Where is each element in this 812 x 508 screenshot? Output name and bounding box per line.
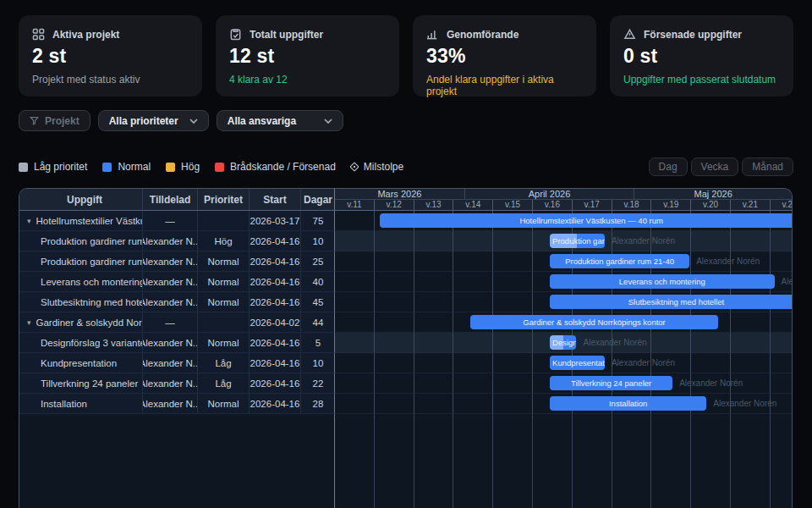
assignee-cell: Alexander N... xyxy=(143,251,198,272)
priority-cell: Hög xyxy=(198,231,250,251)
start-date-cell: 2026-04-16 xyxy=(250,272,301,292)
collapse-caret-icon[interactable]: ▾ xyxy=(27,217,31,225)
legend-item: Milstolpe xyxy=(351,161,403,173)
assignee-cell: Alexander N... xyxy=(143,394,198,414)
week-header: v.16 xyxy=(533,200,573,210)
priority-cell: Låg xyxy=(198,373,250,394)
column-header-days[interactable]: Dagar xyxy=(301,189,335,210)
gantt-row-track: Slutbesiktning med hotellet xyxy=(334,292,792,312)
card-subtext: Uppgifter med passerat slutdatum xyxy=(623,74,780,86)
gantt-bar[interactable]: Gardiner & solskydd Norrköpings kontor xyxy=(470,315,717,329)
card-value: 33% xyxy=(426,45,583,68)
task-name: Produktion gardiner rum ... xyxy=(41,236,143,246)
priority-cell: Normal xyxy=(198,292,250,312)
assignee-cell: — xyxy=(143,211,198,231)
days-cell: 28 xyxy=(301,394,335,414)
column-header-assignee[interactable]: Tilldelad xyxy=(143,189,198,210)
start-date-cell: 2026-04-02 xyxy=(250,312,301,333)
table-row[interactable]: Designförslag 3 varianterAlexander N...N… xyxy=(19,333,792,353)
days-cell: 75 xyxy=(301,211,335,231)
gantt-bar[interactable]: Leverans och montering xyxy=(550,274,774,289)
week-header: v.19 xyxy=(651,200,691,210)
table-row[interactable]: InstallationAlexander N...Normal2026-04-… xyxy=(19,394,792,414)
bar-label: Slutbesiktning med hotellet xyxy=(628,297,725,306)
priority-filter-value: Alla prioriteter xyxy=(109,115,178,127)
week-header: v.17 xyxy=(573,200,612,210)
card-subtext: Projekt med status aktiv xyxy=(32,74,189,86)
bar-label: Installation xyxy=(609,399,647,408)
view-button-vecka[interactable]: Vecka xyxy=(691,157,739,176)
priority-filter-dropdown[interactable]: Alla prioriteter xyxy=(98,110,209,131)
table-row[interactable]: Leverans och monteringAlexander N...Norm… xyxy=(19,272,792,292)
start-date-cell: 2026-04-16 xyxy=(250,333,301,353)
table-row[interactable]: ▾Hotellrumstextilier Västkust...—2026-03… xyxy=(19,211,792,231)
legend-item: Brådskande / Försenad xyxy=(215,161,336,173)
table-row[interactable]: Slutbesiktning med hotell...Alexander N.… xyxy=(19,292,792,312)
legend-label: Hög xyxy=(181,161,200,173)
task-name-cell: Slutbesiktning med hotell... xyxy=(19,292,143,312)
bar-assignee-label: Alexander Norén xyxy=(583,333,646,353)
warning-icon xyxy=(623,28,636,41)
task-name-cell: ▾Hotellrumstextilier Västkust... xyxy=(19,211,143,231)
gantt-row-track: Produktion gardineAlexander Norén xyxy=(334,231,792,251)
bar-label: Designför xyxy=(552,338,576,347)
task-name-cell: Designförslag 3 varianter xyxy=(19,333,143,353)
task-name: Produktion gardiner rum ... xyxy=(41,257,143,267)
bar-assignee-label: Alexander Norén xyxy=(612,353,675,373)
legend-label: Låg prioritet xyxy=(34,161,87,173)
start-date-cell: 2026-04-16 xyxy=(250,394,301,414)
bar-chart-icon xyxy=(426,28,439,41)
start-date-cell: 2026-04-16 xyxy=(250,251,301,272)
gantt-bar[interactable]: Produktion gardiner rum 21-40 xyxy=(550,254,689,268)
gantt-row-track: InstallationAlexander Norén xyxy=(334,394,792,414)
table-row[interactable]: Produktion gardiner rum ...Alexander N..… xyxy=(19,251,792,272)
task-name-cell: Tillverkning 24 paneler xyxy=(19,373,143,394)
panel-empty-area xyxy=(19,414,792,508)
milestone-diamond-icon xyxy=(349,162,359,171)
legend-item: Låg prioritet xyxy=(19,161,87,173)
table-row[interactable]: Tillverkning 24 panelerAlexander N...Låg… xyxy=(19,373,792,394)
column-header-priority[interactable]: Prioritet xyxy=(198,189,250,210)
view-button-dag[interactable]: Dag xyxy=(649,157,688,176)
week-header: v.22 xyxy=(771,200,792,210)
start-date-cell: 2026-03-17 xyxy=(250,211,301,231)
gantt-bar[interactable]: Designför xyxy=(550,335,576,350)
bar-assignee-label: Alexander Norén xyxy=(713,394,776,414)
gantt-bar[interactable]: Installation xyxy=(550,396,706,411)
table-row[interactable]: ▾Gardiner & solskydd Norrkö...—2026-04-0… xyxy=(19,312,792,333)
assignee-cell: — xyxy=(143,312,198,333)
card-value: 0 st xyxy=(623,45,780,68)
task-name-cell: Installation xyxy=(19,394,143,414)
card-value: 12 st xyxy=(229,45,386,68)
gantt-bar[interactable]: Produktion gardine xyxy=(550,234,605,248)
table-row[interactable]: KundpresentationAlexander N...Låg2026-04… xyxy=(19,353,792,373)
bar-assignee-label: Alexander Norén xyxy=(696,251,760,272)
bar-assignee-label: Alexander Norén xyxy=(679,373,743,394)
assignee-cell: Alexander N... xyxy=(143,292,198,312)
assignee-filter-dropdown[interactable]: Alla ansvariga xyxy=(217,110,343,131)
timeline-weeks: v.11v.12v.13v.14v.15v.16v.17v.18v.19v.20… xyxy=(335,200,792,210)
gantt-bar[interactable]: Hotellrumstextilier Västkusten — 40 rum xyxy=(380,213,792,228)
legend-color-swatch xyxy=(102,163,112,172)
legend-label: Normal xyxy=(118,161,151,173)
week-header: v.18 xyxy=(612,200,652,210)
project-filter-button[interactable]: Projekt xyxy=(19,110,91,131)
card-completion: Genomförande 33% Andel klara uppgifter i… xyxy=(413,15,596,97)
table-row[interactable]: Produktion gardiner rum ...Alexander N..… xyxy=(19,231,792,251)
collapse-caret-icon[interactable]: ▾ xyxy=(27,318,31,327)
gantt-bar[interactable]: Kundpresentation xyxy=(550,356,605,370)
task-name-cell: Produktion gardiner rum ... xyxy=(19,251,143,272)
gantt-bar[interactable]: Slutbesiktning med hotellet xyxy=(550,295,792,309)
timeline-header: Mars 2026April 2026Maj 2026 v.11v.12v.13… xyxy=(334,189,792,210)
gantt-bar[interactable]: Tillverkning 24 paneler xyxy=(550,376,672,390)
task-name: Slutbesiktning med hotell... xyxy=(41,297,143,307)
priority-cell: Normal xyxy=(198,272,250,292)
gantt-row-track: Hotellrumstextilier Västkusten — 40 rum xyxy=(334,211,792,231)
column-header-task[interactable]: Uppgift xyxy=(19,189,143,210)
legend-item: Normal xyxy=(102,161,151,173)
view-button-månad[interactable]: Månad xyxy=(742,157,793,176)
priority-cell: Normal xyxy=(198,251,250,272)
task-name-cell: Kundpresentation xyxy=(19,353,143,373)
month-header: Maj 2026 xyxy=(634,189,792,199)
column-header-start[interactable]: Start xyxy=(250,189,301,210)
